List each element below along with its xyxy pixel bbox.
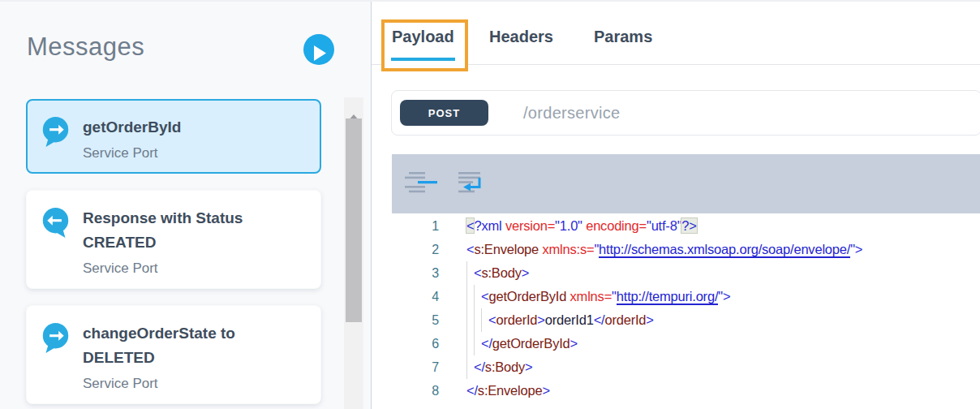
code-line: 5<orderId>orderId1</orderId> <box>392 308 980 332</box>
indent-guide <box>481 308 488 332</box>
page-title: Messages <box>27 32 144 62</box>
indent-guide <box>466 332 474 355</box>
word-wrap-icon <box>458 183 483 196</box>
message-title: getOrderById <box>83 115 282 140</box>
format-icon <box>405 183 437 196</box>
chat-bubble-arrow-right-icon <box>41 321 71 357</box>
indent-guide <box>466 261 474 285</box>
code-line-content: </s:Body> <box>466 355 533 379</box>
line-number: 7 <box>392 355 439 379</box>
method-badge: POST <box>400 100 488 126</box>
message-item-response-created[interactable]: Response with Status CREATED Service Por… <box>26 190 321 289</box>
line-number: 1 <box>392 214 439 238</box>
code-line-content: <getOrderById xmlns="http://tempuri.org/… <box>466 285 730 308</box>
tab-payload[interactable]: Payload <box>392 28 454 46</box>
message-text: changeOrderState to DELETED Service Port <box>83 321 282 394</box>
play-icon <box>303 45 334 61</box>
code-line: 7</s:Body> <box>392 355 980 379</box>
tab-params[interactable]: Params <box>594 28 652 46</box>
message-subtitle: Service Port <box>83 143 282 163</box>
indent-guide <box>466 355 474 379</box>
word-wrap-button[interactable] <box>458 172 483 196</box>
chat-bubble-arrow-left-icon <box>41 206 71 242</box>
code-line: 6</getOrderById> <box>392 332 980 355</box>
chat-bubble-arrow-right-icon <box>41 115 71 151</box>
code-line: 2<s:Envelope xmlns:s="http://schemas.xml… <box>392 238 980 261</box>
message-item-getorderbyid[interactable]: getOrderById Service Port <box>26 99 321 174</box>
code-lines: 1<?xml version="1.0" encoding="utf-8"?>2… <box>392 214 980 403</box>
code-line: 4<getOrderById xmlns="http://tempuri.org… <box>392 285 980 308</box>
line-number: 2 <box>392 238 439 261</box>
message-title: Response with Status CREATED <box>83 206 282 255</box>
payload-code-editor[interactable]: 1<?xml version="1.0" encoding="utf-8"?>2… <box>392 213 980 409</box>
messages-sidebar: Messages getOrderById Service Port <box>0 0 372 409</box>
code-line-content: <?xml version="1.0" encoding="utf-8"?> <box>466 214 697 238</box>
message-list: getOrderById Service Port Response with … <box>26 99 321 404</box>
line-number: 4 <box>392 285 439 308</box>
message-item-changeorderstate[interactable]: changeOrderState to DELETED Service Port <box>26 305 321 404</box>
line-number: 6 <box>392 332 439 355</box>
code-line: 8</s:Envelope> <box>392 379 980 403</box>
request-detail-panel: Payload Headers Params POST /orderservic… <box>372 0 980 409</box>
line-number: 8 <box>392 379 439 403</box>
indent-guide <box>466 308 474 332</box>
message-title: changeOrderState to DELETED <box>83 321 282 370</box>
code-line-content: <s:Body> <box>466 261 529 285</box>
sidebar-scrollbar[interactable] <box>344 97 363 409</box>
message-subtitle: Service Port <box>83 373 282 394</box>
top-border <box>0 0 980 2</box>
code-line-content: <s:Envelope xmlns:s="http://schemas.xmls… <box>466 238 862 261</box>
request-path: /orderservice <box>523 104 621 123</box>
indent-guide <box>474 285 481 308</box>
message-subtitle: Service Port <box>83 258 282 278</box>
run-button[interactable] <box>303 34 334 65</box>
editor-toolbar <box>392 154 980 213</box>
scroll-up-button[interactable] <box>344 97 363 118</box>
message-text: Response with Status CREATED Service Por… <box>83 206 282 278</box>
message-text: getOrderById Service Port <box>83 115 282 163</box>
code-line-content: </s:Envelope> <box>466 379 550 403</box>
line-number: 3 <box>392 261 439 285</box>
line-number: 5 <box>392 308 439 332</box>
active-tab-underline <box>391 58 455 61</box>
code-line-content: <orderId>orderId1</orderId> <box>466 308 654 332</box>
code-line: 3<s:Body> <box>392 261 980 285</box>
indent-guide <box>466 285 474 308</box>
code-line: 1<?xml version="1.0" encoding="utf-8"?> <box>392 214 980 238</box>
tab-headers[interactable]: Headers <box>489 28 553 46</box>
indent-guide <box>474 332 481 355</box>
format-button[interactable] <box>405 172 437 196</box>
scrollbar-thumb[interactable] <box>346 118 362 322</box>
indent-guide <box>474 308 481 332</box>
code-line-content: </getOrderById> <box>466 332 578 355</box>
request-bar[interactable]: POST /orderservice <box>391 90 980 136</box>
